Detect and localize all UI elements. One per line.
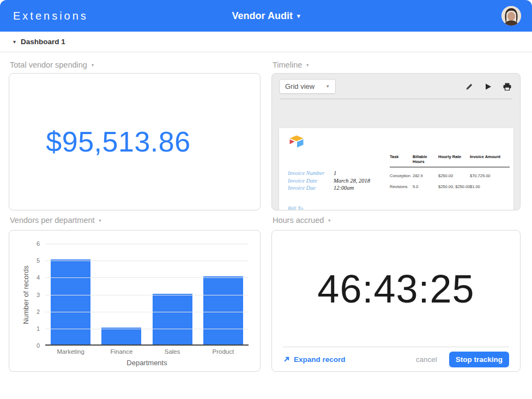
invoice-table-header: TaskBillable HoursHourly RateInvoice Amo… (390, 154, 510, 167)
app-title: Extensions (13, 10, 88, 22)
chart-plot-area: 0123456 (45, 244, 249, 346)
printer-icon[interactable] (503, 83, 511, 90)
timeline-toolbar: Grid view ▼ (272, 74, 520, 99)
total-spending-value: $95,513.86 (46, 125, 190, 158)
invoice-billto-label: Bill To (288, 205, 303, 210)
extensions-dashboard-window: Extensions Vendor Audit ▾ ▾ Dashboard 1 … (0, 0, 532, 399)
invoice-field-row: Invoice Due12:00am (288, 184, 370, 192)
y-tick-label: 6 (29, 240, 40, 247)
chevron-down-icon[interactable]: ▾ (328, 218, 330, 223)
invoice-field-label: Invoice Date (288, 177, 334, 185)
y-tick-label: 0 (29, 342, 40, 349)
timer-value: 46:43:25 (317, 267, 474, 311)
hours-title-label: Hours accrued (273, 216, 324, 225)
chevron-down-icon: ▾ (297, 13, 300, 20)
gridline (45, 295, 249, 295)
base-title-label: Vendor Audit (232, 10, 293, 22)
invoice-field-label: Invoice Number (288, 170, 334, 177)
dashboard-name: Dashboard 1 (21, 38, 65, 46)
invoice-cell: $250.00, $250.00 (438, 184, 470, 189)
gridline (45, 244, 249, 244)
invoice-cell: 282.9 (413, 173, 438, 178)
invoice-field-row: Invoice Number1 (288, 170, 370, 177)
dashboard-bar[interactable]: ▾ Dashboard 1 (0, 32, 532, 52)
bar-finance[interactable] (101, 328, 141, 344)
timer-area: 46:43:25 (272, 231, 520, 347)
spending-card: $95,513.86 (9, 73, 261, 210)
invoice-table: TaskBillable HoursHourly RateInvoice Amo… (390, 154, 510, 189)
spending-panel-title: Total vendor spending ▾ (9, 57, 261, 73)
hours-footer: Expand record cancel Stop tracking (283, 347, 509, 371)
invoice-cell: Revisions (390, 184, 413, 189)
invoice-field-row: Invoice DateMarch 28, 2018 (288, 177, 370, 185)
y-tick-label: 3 (29, 292, 40, 298)
chevron-down-icon[interactable]: ▾ (306, 63, 309, 68)
avatar-image (501, 6, 521, 26)
bar-sales[interactable] (153, 294, 192, 345)
chart-bars (45, 244, 249, 344)
spending-title-label: Total vendor spending (10, 61, 87, 69)
stop-tracking-button[interactable]: Stop tracking (449, 352, 509, 367)
bar-marketing[interactable] (51, 259, 90, 344)
hours-panel-title: Hours accrued ▾ (271, 210, 521, 230)
invoice-preview[interactable]: Invoice Number1Invoice DateMarch 28, 201… (279, 128, 513, 210)
y-tick-label: 2 (29, 309, 40, 315)
invoice-cell: Conception (390, 173, 413, 178)
x-tick-label: Finance (96, 348, 147, 355)
y-tick-label: 5 (29, 257, 40, 264)
chart-panel-title: Vendors per department ▾ (9, 210, 261, 230)
hours-card: 46:43:25 Expand record cancel Stop track… (271, 230, 521, 372)
airtable-logo-icon (289, 135, 304, 148)
gridline (45, 261, 249, 261)
invoice-table-row: Conception282.9$250.00$70,725.00 (390, 173, 510, 178)
gridline (45, 277, 249, 278)
invoice-cell: $70,725.00 (470, 173, 510, 178)
app-header: Extensions Vendor Audit ▾ (0, 0, 532, 32)
view-selector-label: Grid view (285, 82, 315, 90)
expand-record-link[interactable]: Expand record (283, 355, 346, 364)
invoice-field-value: 1 (334, 170, 336, 177)
invoice-field-value: March 28, 2018 (334, 177, 370, 185)
invoice-column-header: Hourly Rate (438, 154, 470, 164)
x-tick-label: Marketing (45, 348, 96, 355)
y-tick-label: 4 (29, 274, 40, 281)
vendors-chart-card: Number of records 0123456 MarketingFinan… (9, 230, 261, 372)
invoice-cell: 5.0 (413, 184, 438, 189)
gridline (45, 312, 249, 312)
chevron-down-icon: ▾ (13, 39, 16, 45)
timeline-body: Invoice Number1Invoice DateMarch 28, 201… (272, 98, 520, 210)
chart-x-labels: MarketingFinanceSalesProduct (45, 348, 249, 355)
gridline (45, 329, 249, 329)
x-tick-label: Product (198, 348, 249, 355)
invoice-column-header: Billable Hours (413, 154, 438, 164)
bar-product[interactable] (203, 276, 243, 344)
dashboard-grid: Total vendor spending ▾ Timeline ▾ $95,5… (0, 52, 532, 372)
timeline-toolbar-icons (466, 83, 511, 90)
invoice-fields: Invoice Number1Invoice DateMarch 28, 201… (288, 170, 370, 192)
chevron-down-icon[interactable]: ▾ (99, 218, 101, 223)
invoice-column-header: Invoice Amount (470, 154, 510, 164)
invoice-field-label: Invoice Due (288, 184, 334, 192)
expand-record-label: Expand record (294, 355, 346, 364)
chart-x-axis-title: Departments (45, 359, 249, 367)
avatar[interactable] (501, 6, 521, 26)
invoice-cell: $250.00 (438, 173, 470, 178)
view-selector[interactable]: Grid view ▼ (279, 79, 336, 94)
invoice-column-header: Task (390, 154, 413, 164)
invoice-table-row: Revisions5.0$250.00, $250.00$1.00 (390, 184, 510, 189)
invoice-field-value: 12:00am (334, 184, 354, 192)
cancel-button[interactable]: cancel (416, 355, 437, 364)
timeline-title-label: Timeline (273, 61, 302, 69)
invoice-table-body: Conception282.9$250.00$70,725.00Revision… (390, 173, 510, 189)
x-tick-label: Sales (147, 348, 198, 355)
pencil-icon[interactable] (466, 83, 473, 90)
invoice-cell: $1.00 (470, 184, 510, 189)
timeline-panel-title: Timeline ▾ (271, 57, 521, 73)
base-title-dropdown[interactable]: Vendor Audit ▾ (232, 10, 300, 22)
timeline-card: Grid view ▼ (271, 73, 521, 210)
expand-arrow-icon (283, 356, 290, 363)
chart-title-label: Vendors per department (10, 216, 95, 225)
play-icon[interactable] (485, 83, 492, 90)
chevron-down-icon[interactable]: ▾ (92, 63, 94, 68)
chevron-down-icon: ▼ (325, 84, 330, 89)
